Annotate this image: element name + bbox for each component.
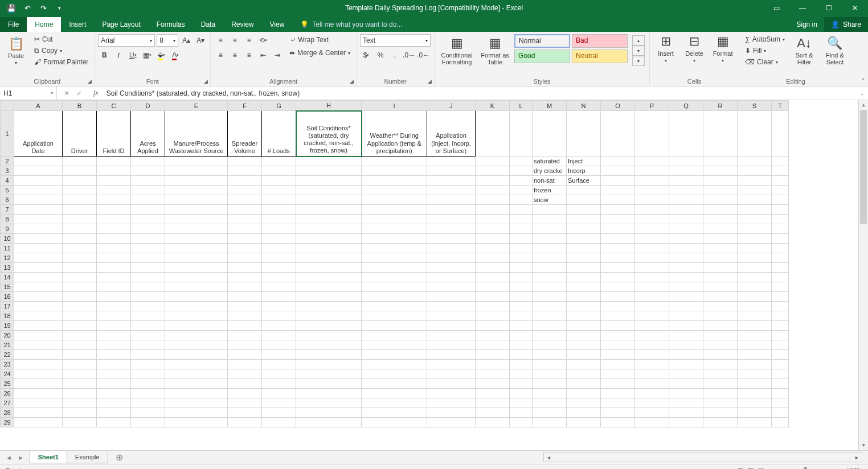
cell-P26[interactable] xyxy=(635,389,669,398)
cell-O14[interactable] xyxy=(601,273,635,282)
percent-format-icon[interactable]: % xyxy=(374,49,387,61)
cell-N19[interactable] xyxy=(567,321,601,331)
vertical-scrollbar[interactable]: ▴ ▾ xyxy=(858,100,868,450)
cell-I29[interactable] xyxy=(362,418,427,427)
cell-C3[interactable] xyxy=(97,166,131,176)
cell-M29[interactable] xyxy=(533,418,567,427)
cell-H19[interactable] xyxy=(296,321,362,331)
cell-S13[interactable] xyxy=(738,263,772,273)
cell-A12[interactable] xyxy=(14,253,63,263)
cell-T12[interactable] xyxy=(772,253,789,263)
cell-S28[interactable] xyxy=(738,408,772,418)
cell-G27[interactable] xyxy=(262,398,296,408)
cell-M28[interactable] xyxy=(533,408,567,418)
cell-M1[interactable] xyxy=(533,111,567,157)
cell-G14[interactable] xyxy=(262,273,296,282)
format-painter-button[interactable]: 🖌Format Painter xyxy=(32,57,91,67)
cell-N20[interactable] xyxy=(567,331,601,340)
cell-R19[interactable] xyxy=(703,321,738,331)
cell-J16[interactable] xyxy=(427,292,476,302)
col-header-S[interactable]: S xyxy=(738,101,772,111)
cell-P19[interactable] xyxy=(635,321,669,331)
cell-J12[interactable] xyxy=(427,253,476,263)
cell-T11[interactable] xyxy=(772,244,789,253)
cell-T20[interactable] xyxy=(772,331,789,340)
cell-I1[interactable]: Weather** During Application (temp & pre… xyxy=(362,111,427,157)
cell-S25[interactable] xyxy=(738,379,772,389)
cell-J21[interactable] xyxy=(427,340,476,350)
cell-B27[interactable] xyxy=(63,398,97,408)
cell-E11[interactable] xyxy=(165,244,228,253)
cell-T13[interactable] xyxy=(772,263,789,273)
cell-L22[interactable] xyxy=(510,350,533,360)
expand-formula-bar-icon[interactable]: ⌄ xyxy=(857,90,868,96)
cell-B2[interactable] xyxy=(63,157,97,166)
row-header-5[interactable]: 5 xyxy=(1,186,14,195)
cell-B17[interactable] xyxy=(63,302,97,311)
fill-button[interactable]: ⬇Fill▾ xyxy=(743,46,787,56)
cell-H28[interactable] xyxy=(296,408,362,418)
cell-Q8[interactable] xyxy=(669,215,703,224)
cell-F20[interactable] xyxy=(228,331,262,340)
cell-P6[interactable] xyxy=(635,195,669,205)
cell-S2[interactable] xyxy=(738,157,772,166)
cell-T18[interactable] xyxy=(772,311,789,321)
cell-H23[interactable] xyxy=(296,360,362,369)
cell-E18[interactable] xyxy=(165,311,228,321)
cell-S20[interactable] xyxy=(738,331,772,340)
cell-T17[interactable] xyxy=(772,302,789,311)
row-header-3[interactable]: 3 xyxy=(1,166,14,176)
share-button[interactable]: 👤Share xyxy=(824,17,868,32)
cell-G21[interactable] xyxy=(262,340,296,350)
cell-N18[interactable] xyxy=(567,311,601,321)
row-header-2[interactable]: 2 xyxy=(1,157,14,166)
row-header-6[interactable]: 6 xyxy=(1,195,14,205)
cell-I20[interactable] xyxy=(362,331,427,340)
cell-H18[interactable] xyxy=(296,311,362,321)
cancel-formula-icon[interactable]: ✕ xyxy=(64,89,69,97)
cell-G18[interactable] xyxy=(262,311,296,321)
cell-K8[interactable] xyxy=(476,215,510,224)
cell-D14[interactable] xyxy=(131,273,165,282)
cell-J5[interactable] xyxy=(427,186,476,195)
cell-Q11[interactable] xyxy=(669,244,703,253)
col-header-I[interactable]: I xyxy=(362,101,427,111)
cell-O26[interactable] xyxy=(601,389,635,398)
cell-T19[interactable] xyxy=(772,321,789,331)
align-left-icon[interactable]: ≡ xyxy=(214,49,227,61)
row-header-11[interactable]: 11 xyxy=(1,244,14,253)
next-sheet-icon[interactable]: ► xyxy=(18,454,24,461)
cell-J2[interactable] xyxy=(427,157,476,166)
cell-O21[interactable] xyxy=(601,340,635,350)
cell-K4[interactable] xyxy=(476,176,510,186)
cell-H29[interactable] xyxy=(296,418,362,427)
cell-S18[interactable] xyxy=(738,311,772,321)
cell-G16[interactable] xyxy=(262,292,296,302)
view-normal-icon[interactable]: ▦ xyxy=(738,467,743,469)
cell-C29[interactable] xyxy=(97,418,131,427)
cell-M8[interactable] xyxy=(533,215,567,224)
cell-L26[interactable] xyxy=(510,389,533,398)
cell-I18[interactable] xyxy=(362,311,427,321)
cell-H25[interactable] xyxy=(296,379,362,389)
cell-L17[interactable] xyxy=(510,302,533,311)
cell-K5[interactable] xyxy=(476,186,510,195)
cell-P20[interactable] xyxy=(635,331,669,340)
row-header-16[interactable]: 16 xyxy=(1,292,14,302)
cell-H17[interactable] xyxy=(296,302,362,311)
cell-M25[interactable] xyxy=(533,379,567,389)
cell-P24[interactable] xyxy=(635,369,669,379)
cell-N14[interactable] xyxy=(567,273,601,282)
cell-T22[interactable] xyxy=(772,350,789,360)
cell-D22[interactable] xyxy=(131,350,165,360)
copy-button[interactable]: ⧉Copy▾ xyxy=(32,46,91,56)
cell-T23[interactable] xyxy=(772,360,789,369)
cell-H5[interactable] xyxy=(296,186,362,195)
cell-M2[interactable]: saturated xyxy=(533,157,567,166)
tab-review[interactable]: Review xyxy=(223,17,261,32)
cell-D6[interactable] xyxy=(131,195,165,205)
cell-S8[interactable] xyxy=(738,215,772,224)
cell-D28[interactable] xyxy=(131,408,165,418)
cell-P28[interactable] xyxy=(635,408,669,418)
cell-N1[interactable] xyxy=(567,111,601,157)
